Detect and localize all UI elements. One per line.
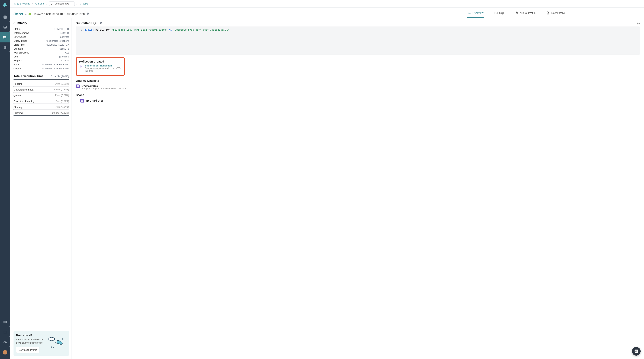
scans-section: Scans › NYC-taxi-trips	[76, 93, 640, 102]
summary-row: Engine:preview	[14, 58, 69, 62]
user-avatar[interactable]	[3, 350, 7, 354]
svg-point-12	[4, 38, 4, 38]
dataset-name[interactable]: NYC-taxi-trips	[82, 84, 126, 87]
summary-row: Query Type:Accelerator (creation)	[14, 39, 69, 43]
phase-row: Starting34ms (0.04%)	[14, 106, 69, 110]
tab-overview[interactable]: Overview	[467, 11, 484, 18]
summary-row: Output:15.36 GB / 338.3M Rows	[14, 66, 69, 70]
branch-selector[interactable]: dogfood-aws	[49, 2, 74, 6]
dataset-icon	[76, 84, 80, 88]
breadcrumb-engineering[interactable]: Engineering	[14, 2, 30, 5]
svg-rect-5	[4, 26, 6, 28]
jobs-title[interactable]: Jobs	[14, 12, 23, 16]
tab-sql[interactable]: SQL	[494, 11, 505, 18]
summary-row: Status:COMPLETED	[14, 27, 69, 31]
svg-rect-14	[4, 321, 4, 322]
dataset-icon	[80, 99, 84, 102]
svg-point-10	[4, 36, 4, 37]
job-header: Jobs » 19fa401a-6cf1-0aed-1881-1b84fdce1…	[10, 8, 644, 18]
summary-row: Total Memory:2.29 GB	[14, 31, 69, 35]
reflection-name-link[interactable]: Super-duper Reflection	[85, 64, 121, 67]
svg-point-41	[468, 12, 468, 12]
sidebar-item-help[interactable]	[0, 338, 10, 348]
tet-total: 01m:27s (100%)	[51, 75, 69, 78]
reflection-icon	[79, 64, 83, 68]
dremio-logo	[2, 3, 8, 8]
summary-row: User:$dremio$	[14, 55, 69, 58]
sidebar-item-jobs[interactable]	[0, 32, 10, 42]
breadcrumb: Engineering / Sonar / dogfood-aws / Jobs	[10, 0, 644, 8]
phase-row: Pending24ms (0.03%)	[14, 82, 69, 87]
summary-row: Start Time:03/28/2024 12:07:17	[14, 43, 69, 47]
tet-title: Total Execution Time	[14, 74, 43, 78]
right-panel: Submitted SQL 1REFRESH REFLECTION 'b2295…	[72, 18, 644, 359]
breadcrumb-jobs[interactable]: Jobs	[79, 2, 88, 5]
svg-rect-37	[87, 13, 88, 14]
job-id: 19fa401a-6cf1-0aed-1881-1b84fdce1d00	[34, 12, 85, 16]
submitted-sql-title: Submitted SQL	[76, 22, 98, 25]
phase-row: Metadata Retrieval258ms (0.29%)	[14, 88, 69, 92]
svg-point-55	[638, 23, 639, 24]
svg-point-53	[49, 338, 55, 341]
svg-point-48	[517, 13, 518, 14]
scan-name[interactable]: NYC-taxi-trips	[86, 99, 104, 102]
reflection-path: Samples.samples.dremio.com.NYC-taxi-trip…	[85, 67, 121, 72]
svg-rect-20	[4, 331, 6, 334]
svg-point-54	[62, 338, 63, 340]
svg-line-50	[517, 12, 518, 13]
job-tabs: Overview SQL Visual Profile Raw Profile	[467, 10, 566, 18]
phase-row: Running1m:27s (99.62%)	[14, 112, 69, 116]
tab-visual-profile[interactable]: Visual Profile	[515, 11, 536, 18]
sql-code-block[interactable]: 1REFRESH REFLECTION 'b2295dba-15c9-4e7b-…	[76, 26, 640, 55]
sidebar-item-apps[interactable]	[0, 317, 10, 328]
svg-rect-17	[4, 322, 4, 322]
svg-point-31	[52, 4, 52, 4]
svg-rect-44	[495, 12, 497, 14]
status-success-icon	[28, 13, 31, 16]
svg-point-32	[53, 4, 53, 4]
branch-name: dogfood-aws	[55, 2, 69, 5]
summary-title: Summary	[14, 22, 69, 25]
summary-row: Duration:01m:27s	[14, 47, 69, 51]
expand-scan-button[interactable]: ›	[78, 99, 78, 102]
phase-row: Execution Planning9ms (0.01%)	[14, 100, 69, 104]
summary-row: Wait on Client:<1s	[14, 51, 69, 55]
sidebar-item-settings[interactable]	[0, 42, 10, 52]
sidebar-item-datasets[interactable]	[0, 12, 10, 22]
svg-rect-18	[5, 322, 5, 322]
svg-point-11	[4, 37, 4, 38]
svg-point-43	[468, 14, 468, 14]
summary-row: CPU Used:05m:40s	[14, 35, 69, 39]
left-sidebar	[0, 0, 10, 359]
svg-rect-36	[88, 13, 89, 15]
summary-row: Input:15.36 GB / 338.3M Rows	[14, 62, 69, 66]
svg-line-49	[516, 12, 517, 13]
mascot-icon	[46, 333, 67, 350]
svg-point-30	[52, 3, 52, 3]
download-profile-button[interactable]: Download Profile	[16, 347, 40, 353]
reflection-title: Reflection Created	[79, 60, 121, 63]
help-card: Need a hand? Click "Download Profile" to…	[14, 331, 69, 356]
sidebar-item-sql[interactable]	[0, 22, 10, 32]
svg-rect-64	[100, 22, 102, 24]
tet-bar-total	[14, 79, 69, 80]
svg-rect-19	[6, 322, 6, 322]
theme-toggle-button[interactable]	[636, 22, 640, 26]
chevron-down-icon	[70, 2, 73, 5]
svg-line-63	[639, 22, 639, 22]
breadcrumb-sonar[interactable]: Sonar	[34, 2, 45, 5]
intercom-chat-button[interactable]	[632, 347, 640, 356]
svg-rect-65	[100, 22, 102, 24]
tab-raw-profile[interactable]: Raw Profile	[546, 11, 566, 18]
svg-point-42	[468, 13, 468, 13]
phase-row: Queued11ms (0.01%)	[14, 94, 69, 98]
svg-rect-0	[4, 16, 6, 18]
reflection-created-card: Reflection Created Super-duper Reflectio…	[76, 57, 125, 76]
svg-point-13	[5, 47, 6, 48]
sidebar-item-org[interactable]	[0, 328, 10, 338]
dataset-path: Samples.samples.dremio.com.NYC-taxi-trip…	[82, 87, 126, 90]
svg-rect-16	[6, 321, 6, 322]
copy-sql-button[interactable]	[100, 22, 102, 25]
svg-rect-15	[5, 321, 5, 322]
copy-job-id-button[interactable]	[86, 12, 90, 16]
